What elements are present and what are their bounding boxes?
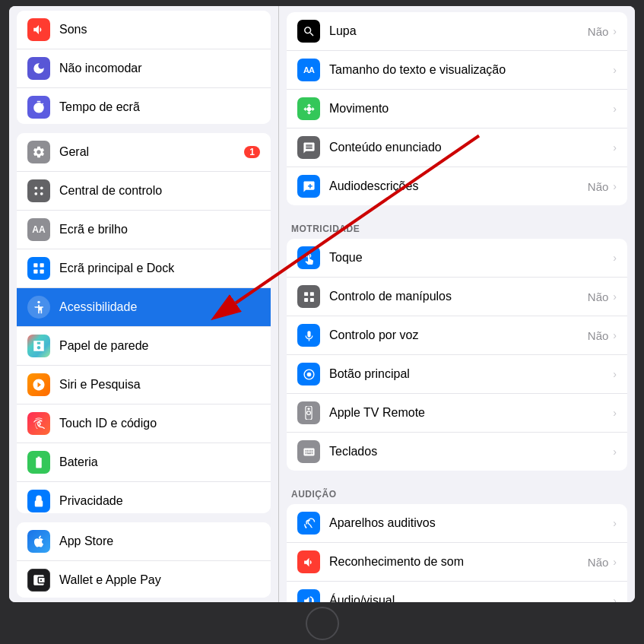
sidebar-item-bateria[interactable]: Bateria (17, 443, 271, 482)
botao-principal-label: Botão principal (329, 367, 611, 381)
device-frame: Sons Não incomodar Tempo de ecrã (0, 0, 644, 644)
svg-rect-6 (33, 270, 37, 274)
sidebar-item-tempo-ecra[interactable]: Tempo de ecrã (17, 88, 271, 124)
controlo-manipulos-chevron: › (613, 290, 617, 303)
top-settings-group: Lupa Não › AA Tamanho do texto e visuali… (287, 12, 627, 205)
svg-point-3 (40, 192, 43, 195)
wallet-label: Wallet e Apple Pay (59, 573, 260, 587)
movimento-chevron: › (613, 103, 617, 115)
sidebar-item-siri[interactable]: Siri e Pesquisa (17, 366, 271, 404)
audio-visual-label: Áudio/visual (329, 594, 611, 602)
controlo-voz-label: Controlo por voz (329, 328, 588, 342)
touch-id-icon (27, 412, 50, 435)
bateria-icon (27, 451, 50, 474)
tamanho-texto-label: Tamanho do texto e visualização (329, 63, 611, 77)
aparelhos-auditivos-icon (297, 512, 320, 535)
home-bar (0, 602, 644, 644)
svg-rect-13 (309, 297, 313, 301)
reconhecimento-som-chevron: › (613, 556, 617, 568)
sidebar-item-wallet[interactable]: Wallet e Apple Pay (17, 561, 271, 598)
lupa-label: Lupa (329, 24, 588, 38)
sidebar-item-papel-parede[interactable]: Papel de parede (17, 327, 271, 366)
touch-id-label: Touch ID e código (59, 417, 260, 430)
ecra-principal-icon (27, 257, 50, 280)
controlo-manipulos-icon (297, 285, 320, 308)
conteudo-icon (297, 136, 320, 159)
nao-incomodar-label: Não incomodar (59, 62, 260, 75)
sidebar-group-2: Geral 1 Central de controlo AA Ecrã e br… (17, 133, 271, 513)
nao-incomodar-icon (27, 57, 50, 80)
tempo-ecra-icon (27, 96, 50, 119)
tempo-ecra-label: Tempo de ecrã (59, 100, 260, 114)
sidebar-item-nao-incomodar[interactable]: Não incomodar (17, 49, 271, 88)
siri-label: Siri e Pesquisa (59, 378, 260, 392)
row-controlo-voz[interactable]: Controlo por voz Não › (287, 316, 627, 355)
controlo-voz-icon (297, 324, 320, 347)
svg-point-18 (307, 411, 311, 415)
movimento-icon (297, 97, 320, 120)
lupa-icon (297, 20, 320, 43)
toque-chevron: › (613, 252, 617, 264)
controlo-voz-chevron: › (613, 329, 617, 341)
svg-point-15 (306, 372, 311, 376)
svg-rect-7 (40, 270, 44, 274)
sidebar-item-acessibilidade[interactable]: Acessibilidade (17, 288, 271, 327)
audicao-group: Aparelhos auditivos › Reconhecimento de … (287, 504, 627, 602)
geral-icon (27, 141, 50, 163)
privacidade-icon (27, 490, 50, 512)
controlo-voz-value: Não (588, 329, 609, 342)
wallet-icon (27, 569, 50, 592)
row-botao-principal[interactable]: Botão principal › (287, 355, 627, 394)
ecra-principal-label: Ecrã principal e Dock (59, 262, 260, 275)
home-button[interactable] (306, 607, 339, 640)
apple-tv-remote-chevron: › (613, 407, 617, 419)
sidebar-item-app-store[interactable]: App Store (17, 522, 271, 561)
sidebar-item-ecra-principal[interactable]: Ecrã principal e Dock (17, 249, 271, 288)
svg-point-0 (34, 187, 37, 190)
sidebar-item-touch-id[interactable]: Touch ID e código (17, 404, 271, 443)
row-audiodescricoes[interactable]: Audiodescrições Não › (287, 167, 627, 205)
sidebar-item-sons[interactable]: Sons (17, 11, 271, 49)
audicao-header: AUDIÇÃO (279, 475, 635, 504)
audiodescricoes-icon (297, 175, 320, 198)
row-audio-visual[interactable]: Áudio/visual › (287, 582, 627, 602)
lupa-chevron: › (613, 25, 617, 37)
apple-tv-remote-icon (297, 401, 320, 424)
audio-visual-chevron: › (613, 595, 617, 602)
row-movimento[interactable]: Movimento › (287, 90, 627, 128)
teclados-chevron: › (613, 446, 617, 458)
row-conteudo[interactable]: Conteúdo enunciado › (287, 128, 627, 167)
reconhecimento-som-value: Não (588, 556, 609, 569)
toque-icon (297, 246, 320, 269)
motricidade-group: Toque › Controlo de manípulos Não › Cont… (287, 239, 627, 471)
svg-rect-17 (307, 408, 309, 409)
teclados-label: Teclados (329, 445, 611, 458)
audiodescricoes-chevron: › (613, 180, 617, 192)
toque-label: Toque (329, 251, 611, 265)
reconhecimento-som-label: Reconhecimento de som (329, 555, 588, 569)
sidebar-item-ecra-brilho[interactable]: AA Ecrã e brilho (17, 211, 271, 249)
sidebar-item-central-controlo[interactable]: Central de controlo (17, 172, 271, 211)
svg-point-1 (40, 187, 43, 190)
row-controlo-manipulos[interactable]: Controlo de manípulos Não › (287, 278, 627, 316)
row-reconhecimento-som[interactable]: Reconhecimento de som Não › (287, 543, 627, 582)
svg-rect-12 (304, 297, 308, 301)
app-store-label: App Store (59, 535, 260, 548)
svg-rect-5 (40, 263, 44, 267)
row-apple-tv-remote[interactable]: Apple TV Remote › (287, 394, 627, 433)
row-toque[interactable]: Toque › (287, 239, 627, 278)
ecra-brilho-icon: AA (27, 218, 50, 241)
papel-parede-label: Papel de parede (59, 339, 260, 353)
row-tamanho-texto[interactable]: AA Tamanho do texto e visualização › (287, 51, 627, 90)
sidebar-group-3: App Store Wallet e Apple Pay (17, 522, 271, 598)
motricidade-header: MOTRICIDADE (279, 210, 635, 239)
row-lupa[interactable]: Lupa Não › (287, 12, 627, 51)
screen: Sons Não incomodar Tempo de ecrã (9, 6, 635, 602)
sidebar-item-privacidade[interactable]: Privacidade (17, 482, 271, 513)
row-teclados[interactable]: Teclados › (287, 433, 627, 471)
row-aparelhos-auditivos[interactable]: Aparelhos auditivos › (287, 504, 627, 543)
siri-icon (27, 373, 50, 396)
svg-point-8 (37, 301, 40, 303)
aparelhos-auditivos-label: Aparelhos auditivos (329, 516, 611, 530)
sidebar-item-geral[interactable]: Geral 1 (17, 133, 271, 172)
